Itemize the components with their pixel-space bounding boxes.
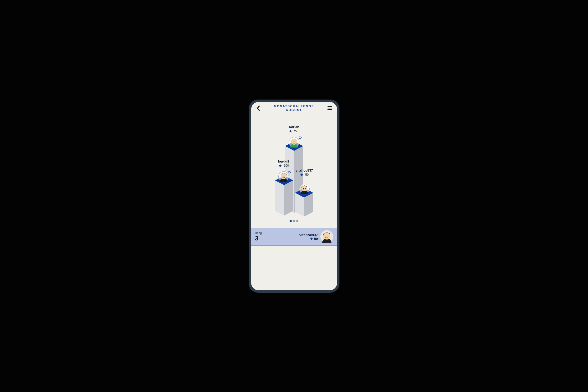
page-title: MONATSCHALLENGE AUGUST <box>262 104 326 112</box>
menu-button[interactable] <box>326 104 334 112</box>
svg-point-19 <box>284 176 285 176</box>
rank-right: vitahoc837 50 <box>299 230 333 243</box>
chevron-left-icon <box>256 106 260 111</box>
heart-icon[interactable] <box>288 170 291 175</box>
svg-rect-1 <box>328 108 332 108</box>
svg-point-13 <box>291 139 297 145</box>
podium-third-avatar[interactable] <box>299 184 310 194</box>
app-header: MONATSCHALLENGE AUGUST <box>251 102 337 114</box>
current-user-name: vitahoc837 <box>299 233 318 237</box>
avatar-icon <box>278 171 289 182</box>
svg-point-18 <box>282 176 283 176</box>
page-dot-1[interactable] <box>290 220 292 222</box>
current-user-avatar[interactable] <box>320 230 333 243</box>
svg-point-26 <box>325 236 326 236</box>
rank-number: 3 <box>255 235 262 242</box>
svg-marker-7 <box>275 180 284 216</box>
svg-point-15 <box>294 142 295 142</box>
svg-rect-0 <box>328 106 332 107</box>
svg-point-14 <box>293 142 294 142</box>
svg-marker-8 <box>284 180 293 216</box>
avatar-icon <box>299 184 310 194</box>
current-user-rank-strip[interactable]: Rang 3 vitahoc837 50 <box>251 228 337 246</box>
svg-point-27 <box>328 236 328 236</box>
podium-third-name: vitahoc837 <box>296 168 313 172</box>
hamburger-icon <box>328 106 332 110</box>
back-button[interactable] <box>254 104 262 112</box>
pagination-dots <box>251 218 337 228</box>
podium-first-avatar[interactable] <box>289 137 299 148</box>
page-title-line1: MONATSCHALLENGE <box>262 104 326 108</box>
podium-third-label: vitahoc837 50 <box>296 168 313 176</box>
phone-screen: MONATSCHALLENGE AUGUST <box>251 102 337 290</box>
podium-third-score: 50 <box>305 173 308 176</box>
page-dot-2[interactable] <box>293 220 295 222</box>
podium-second-label: lojebil2 100 <box>278 160 289 167</box>
podium-second-avatar[interactable] <box>278 171 289 182</box>
star-icon <box>289 130 292 133</box>
svg-point-21 <box>302 186 307 191</box>
podium-first-score: 225 <box>294 130 299 133</box>
heart-icon[interactable] <box>298 136 302 140</box>
avatar-icon <box>289 137 299 148</box>
star-icon <box>310 237 313 240</box>
page-dot-3[interactable] <box>296 220 298 222</box>
rank-label: Rang <box>255 232 262 235</box>
svg-point-25 <box>323 232 330 240</box>
svg-point-22 <box>303 188 304 189</box>
star-icon <box>278 164 282 167</box>
podium-second-score: 100 <box>284 164 289 167</box>
current-user-score: 50 <box>314 237 318 241</box>
phone-frame: MONATSCHALLENGE AUGUST <box>249 100 340 293</box>
avatar-icon <box>320 230 333 243</box>
star-icon <box>300 173 303 176</box>
podium-first-label: Adrian 225 <box>289 125 299 133</box>
svg-rect-2 <box>328 109 332 110</box>
page-title-line2: AUGUST <box>262 108 326 112</box>
svg-point-17 <box>281 173 286 179</box>
podium-second-name: lojebil2 <box>278 160 289 163</box>
rank-left: Rang 3 <box>255 232 262 242</box>
podium-first-name: Adrian <box>289 125 299 129</box>
podium-area: Adrian 225 <box>251 113 337 218</box>
svg-point-23 <box>305 188 306 189</box>
